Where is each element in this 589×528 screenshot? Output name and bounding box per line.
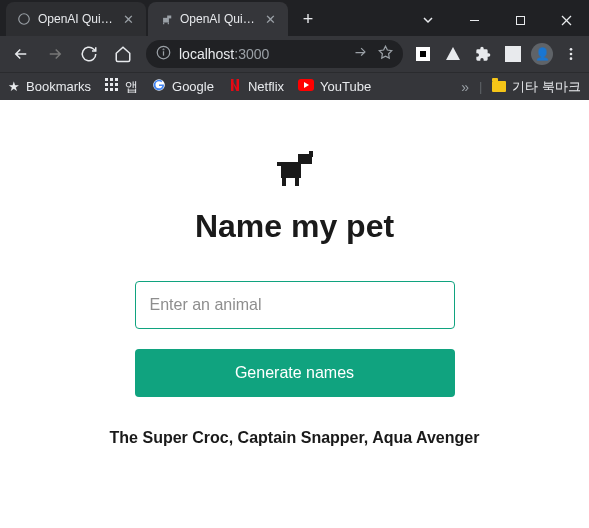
animal-input[interactable]	[135, 281, 455, 329]
svg-rect-20	[115, 78, 118, 81]
svg-rect-3	[163, 23, 164, 25]
svg-rect-26	[115, 88, 118, 91]
extension-icon[interactable]	[441, 42, 465, 66]
svg-rect-36	[277, 162, 282, 166]
svg-rect-25	[110, 88, 113, 91]
svg-rect-21	[105, 83, 108, 86]
site-info-icon[interactable]	[156, 45, 171, 63]
svg-rect-13	[420, 51, 426, 57]
svg-point-11	[163, 49, 164, 50]
svg-rect-34	[282, 178, 286, 186]
svg-point-0	[19, 14, 30, 25]
google-icon	[152, 78, 166, 95]
tab-favicon-dog-icon	[158, 11, 174, 27]
svg-point-16	[570, 53, 573, 56]
result-text: The Super Croc, Captain Snapper, Aqua Av…	[110, 429, 480, 447]
extensions-puzzle-icon[interactable]	[471, 42, 495, 66]
new-tab-button[interactable]: +	[294, 5, 322, 33]
bookmarks-overflow-icon[interactable]: »	[461, 79, 469, 95]
star-icon: ★	[8, 79, 20, 94]
home-button[interactable]	[108, 39, 138, 69]
bookmarks-label[interactable]: ★ Bookmarks	[8, 79, 91, 94]
tab-favicon-icon	[16, 11, 32, 27]
svg-rect-35	[295, 178, 299, 186]
tab-title: OpenAI Quicksta	[38, 12, 115, 26]
bookmarks-divider: |	[479, 79, 482, 94]
toolbar: localhost:3000 👤	[0, 36, 589, 72]
close-button[interactable]	[543, 4, 589, 36]
dog-icon	[273, 148, 317, 192]
share-icon[interactable]	[353, 45, 368, 63]
extension-icon[interactable]	[501, 42, 525, 66]
profile-avatar[interactable]: 👤	[531, 43, 553, 65]
svg-rect-4	[168, 23, 169, 25]
generate-button[interactable]: Generate names	[135, 349, 455, 397]
folder-icon	[492, 81, 506, 92]
svg-rect-22	[110, 83, 113, 86]
bookmark-netflix[interactable]: Netflix	[228, 78, 284, 95]
address-bar[interactable]: localhost:3000	[146, 40, 403, 68]
tab-close-icon[interactable]: ✕	[121, 12, 136, 27]
svg-rect-1	[163, 18, 169, 23]
svg-point-17	[570, 57, 573, 60]
extension-icon[interactable]	[411, 42, 435, 66]
window-dropdown-icon[interactable]	[405, 4, 451, 36]
other-bookmarks[interactable]: 기타 북마크	[492, 78, 581, 96]
svg-rect-31	[281, 162, 301, 178]
maximize-button[interactable]	[497, 4, 543, 36]
netflix-icon	[228, 78, 242, 95]
forward-button[interactable]	[40, 39, 70, 69]
svg-rect-33	[309, 151, 313, 157]
url-text: localhost:3000	[179, 46, 345, 62]
svg-rect-18	[105, 78, 108, 81]
minimize-button[interactable]	[451, 4, 497, 36]
bookmark-google[interactable]: Google	[152, 78, 214, 95]
tab-strip: OpenAI Quicksta ✕ OpenAI Quicksta ✕ +	[0, 2, 405, 36]
menu-dots-icon[interactable]	[559, 42, 583, 66]
svg-rect-23	[115, 83, 118, 86]
tab-inactive[interactable]: OpenAI Quicksta ✕	[6, 2, 146, 36]
bookmark-youtube[interactable]: YouTube	[298, 79, 371, 94]
svg-rect-2	[167, 16, 171, 19]
page-content: Name my pet Generate names The Super Cro…	[0, 100, 589, 528]
apps-grid-icon	[105, 78, 119, 95]
tab-title: OpenAI Quicksta	[180, 12, 257, 26]
svg-rect-6	[516, 16, 524, 24]
svg-point-15	[570, 48, 573, 51]
browser-chrome: OpenAI Quicksta ✕ OpenAI Quicksta ✕ +	[0, 0, 589, 100]
window-controls	[405, 4, 589, 36]
bookmark-apps[interactable]: 앱	[105, 78, 138, 96]
svg-rect-19	[110, 78, 113, 81]
bookmark-star-icon[interactable]	[378, 45, 393, 63]
reload-button[interactable]	[74, 39, 104, 69]
extension-icons: 👤	[411, 42, 583, 66]
tab-active[interactable]: OpenAI Quicksta ✕	[148, 2, 288, 36]
back-button[interactable]	[6, 39, 36, 69]
input-wrapper	[135, 281, 455, 329]
bookmarks-bar: ★ Bookmarks 앱 Google Netflix YouTube » |…	[0, 72, 589, 100]
svg-rect-28	[231, 79, 234, 91]
svg-rect-14	[505, 46, 521, 62]
titlebar: OpenAI Quicksta ✕ OpenAI Quicksta ✕ +	[0, 0, 589, 36]
tab-close-icon[interactable]: ✕	[263, 12, 278, 27]
youtube-icon	[298, 79, 314, 94]
page-title: Name my pet	[195, 208, 394, 245]
svg-rect-24	[105, 88, 108, 91]
